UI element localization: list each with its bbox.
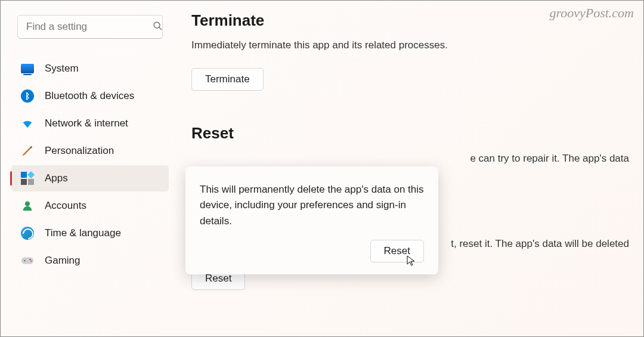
repair-description-fragment: e can try to repair it. The app's data [191, 151, 629, 166]
reset-heading: Reset [191, 124, 629, 143]
svg-point-0 [154, 22, 160, 28]
watermark-text: groovyPost.com [549, 5, 634, 21]
accounts-icon [21, 199, 34, 212]
wifi-icon [21, 117, 34, 130]
sidebar-item-network[interactable]: Network & internet [11, 110, 169, 137]
flyout-message: This will permanently delete the app's d… [200, 182, 424, 229]
sidebar-item-label: Accounts [45, 200, 86, 212]
terminate-description: Immediately terminate this app and its r… [191, 38, 629, 52]
sidebar-item-label: Personalization [45, 145, 114, 157]
svg-point-2 [25, 202, 30, 206]
sidebar-item-label: Apps [45, 172, 68, 184]
search-input[interactable] [26, 21, 153, 33]
sidebar-item-system[interactable]: System [11, 55, 169, 82]
sidebar-item-apps[interactable]: Apps [11, 165, 169, 191]
sidebar-item-accounts[interactable]: Accounts [11, 193, 169, 219]
nav-list: System ᛒ Bluetooth & devices Network & i… [8, 55, 172, 274]
sidebar-item-bluetooth[interactable]: ᛒ Bluetooth & devices [11, 83, 169, 109]
terminate-button[interactable]: Terminate [191, 68, 264, 91]
svg-rect-3 [21, 258, 33, 264]
svg-point-4 [24, 260, 25, 261]
sidebar-item-time[interactable]: Time & language [11, 220, 169, 246]
sidebar-item-label: Bluetooth & devices [45, 90, 134, 102]
search-box[interactable] [17, 15, 163, 39]
sidebar: System ᛒ Bluetooth & devices Network & i… [1, 1, 179, 336]
sidebar-item-gaming[interactable]: Gaming [11, 248, 169, 274]
globe-clock-icon [21, 227, 34, 240]
svg-point-6 [30, 261, 32, 262]
sidebar-item-label: System [45, 63, 79, 75]
paintbrush-icon [21, 144, 34, 157]
svg-line-1 [159, 27, 162, 29]
sidebar-item-personalization[interactable]: Personalization [11, 138, 169, 164]
sidebar-item-label: Network & internet [45, 118, 128, 129]
flyout-reset-button[interactable]: Reset [370, 240, 424, 262]
gamepad-icon [21, 254, 34, 267]
bluetooth-icon: ᛒ [21, 89, 34, 103]
svg-point-5 [29, 259, 30, 260]
system-icon [21, 62, 34, 75]
reset-confirmation-flyout: This will permanently delete the app's d… [185, 166, 438, 274]
apps-icon [21, 172, 34, 185]
sidebar-item-label: Time & language [45, 227, 121, 239]
search-icon [153, 21, 163, 33]
sidebar-item-label: Gaming [45, 255, 80, 267]
